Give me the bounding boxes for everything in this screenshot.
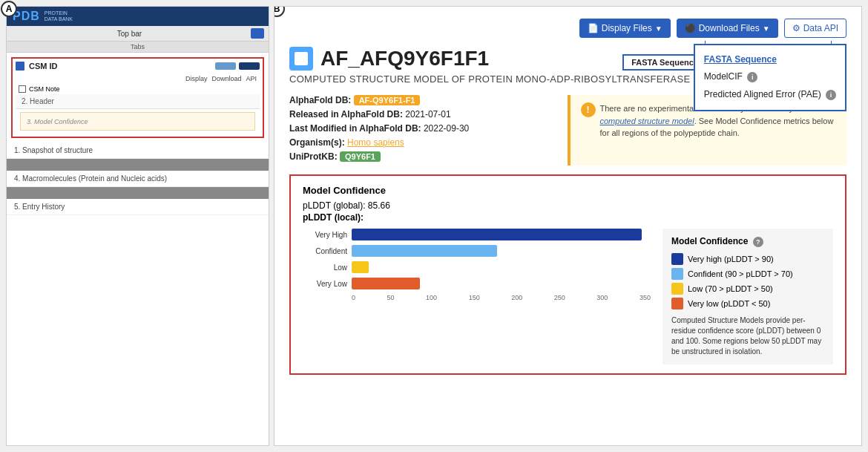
released-row: Released in AlphaFold DB: 2021-07-01 [289,109,545,119]
mc-chart: Very HighConfidentLowVery Low 0501001502… [303,229,651,364]
top-bar-label: Top bar [11,30,248,38]
display-files-button[interactable]: 📄 Display Files ▼ [579,19,671,38]
download-label: Download [211,75,241,82]
bar-label-0: Very High [303,231,347,239]
axis-label: 150 [469,294,480,301]
axis-label: 300 [596,294,608,301]
bar-track-3 [352,278,651,289]
csm-icon [16,62,24,71]
axis-label: 250 [554,294,565,301]
sidebar-divider-2 [7,187,269,199]
entry-csm-icon [289,47,313,71]
data-api-button[interactable]: ⚙ Data API [784,19,846,38]
sidebar-item-entry-history: 5. Entry History [7,199,269,215]
axis-label: 50 [387,294,395,301]
legend-text-3: Very low (pLDDT < 50) [688,299,770,308]
data-api-label: Data API [803,23,838,33]
plddt-global: pLDDT (global): 85.66 [303,200,833,211]
display-label: Display [185,75,208,82]
bar-label-1: Confident [303,247,347,255]
bar-track-2 [352,261,651,273]
panel-a-label: A [1,1,17,17]
bar-label-2: Low [303,263,347,272]
top-bar-box [251,28,264,39]
last-modified-value: 2022-09-30 [424,123,469,134]
bar-fill-3 [352,278,420,289]
axis-label: 0 [352,294,355,301]
fasta-dropdown: FASTA Sequence ModelCIF i Predicted Alig… [694,44,846,111]
alphafold-db-row: AlphaFold DB: AF-Q9Y6F1-F1 [289,95,545,105]
last-modified-row: Last Modified in AlphaFold DB: 2022-09-3… [289,123,545,134]
tabs-row: Tabs [7,42,269,53]
csm-bar-1 [215,62,236,70]
plddt-global-label: pLDDT (global): [303,200,365,211]
csm-section: CSM ID Display Download API CSM Note 2. … [11,57,264,138]
bar-fill-2 [352,261,369,273]
tabs-label: Tabs [131,43,145,50]
panel-b: B 📄 Display Files ▼ ⚫ Download Files ▼ ⚙… [274,6,862,446]
pdb-header: PDB PROTEINDATA BANK [7,7,269,26]
organisms-row: Organism(s): Homo sapiens [289,137,545,148]
legend-color-0 [671,253,683,265]
csm-note-row: CSM Note [16,84,260,94]
legend-color-1 [671,268,683,280]
panel-a: A PDB PROTEINDATA BANK Top bar Tabs CSM … [6,6,269,446]
bar-track-0 [352,229,651,240]
warning-icon: ! [581,102,596,117]
action-row: Display Download API [16,73,260,84]
csm-note-checkbox[interactable] [19,85,26,93]
pdb-logo: PDB [13,10,40,23]
legend-info-icon: ? [753,237,763,247]
csm-sub-bars [215,62,260,70]
model-confidence-item: 3. Model Confidence [20,112,255,131]
entry-csm-icon-inner [295,52,308,65]
bar-row-0: Very High [303,229,651,240]
pae-item[interactable]: Predicted Aligned Error (PAE) i [704,86,836,104]
display-files-icon: 📄 [588,23,599,33]
axis-label: 200 [511,294,522,301]
legend-item-2: Low (70 > pLDDT > 50) [671,283,824,295]
bar-row-1: Confident [303,245,651,257]
download-files-arrow: ▼ [763,24,770,33]
organisms-value[interactable]: Homo sapiens [347,137,404,148]
snapshot-label: 1. Snapshot of structure [14,146,93,154]
info-left: AlphaFold DB: AF-Q9Y6F1-F1 Released in A… [289,95,545,166]
bar-fill-1 [352,245,497,257]
header-item: 2. Header [16,94,260,109]
legend-color-2 [671,283,683,295]
panel-b-label: B [274,6,285,17]
display-files-arrow: ▼ [655,24,662,33]
bar-chart: Very HighConfidentLowVery Low [303,229,651,289]
legend-item-3: Very low (pLDDT < 50) [671,298,824,309]
bar-label-3: Very Low [303,280,347,288]
download-files-icon: ⚫ [685,23,696,33]
last-modified-label: Last Modified in AlphaFold DB: [289,123,421,134]
legend-text-0: Very high (pLDDT > 90) [688,255,774,263]
csm-note-label: CSM Note [29,85,60,93]
plddt-local: pLDDT (local): [303,212,833,223]
plddt-local-label: pLDDT (local): [303,212,364,223]
display-files-label: Display Files [602,23,652,33]
axis-label: 350 [640,294,651,301]
uniprot-badge[interactable]: Q9Y6F1 [340,151,381,162]
uniprot-row: UniProtKB: Q9Y6F1 [289,151,545,162]
pdb-subtitle: PROTEINDATA BANK [45,10,73,23]
mc-legend-title: Model Confidence ? [671,236,824,247]
sidebar-item-macromolecules: 4. Macromolecules (Protein and Nucleic a… [7,171,269,187]
api-label: API [246,75,257,82]
organisms-label: Organism(s): [289,137,345,148]
download-files-button[interactable]: ⚫ Download Files ▼ [677,19,778,38]
bar-row-2: Low [303,261,651,273]
computed-structure-model-link[interactable]: computed structure model [600,117,694,125]
legend-text-1: Confident (90 > pLDDT > 70) [688,269,793,278]
bar-row-3: Very Low [303,278,651,289]
model-confidence-section: Model Confidence pLDDT (global): 85.66 p… [289,174,846,375]
mc-content: Very HighConfidentLowVery Low 0501001502… [303,229,833,364]
mc-title: Model Confidence [303,185,833,196]
csm-bar-2 [239,62,260,70]
fasta-sequence-item[interactable]: FASTA Sequence [704,51,836,68]
model-cif-item[interactable]: ModelCIF i [704,68,836,86]
alphafold-db-badge[interactable]: AF-Q9Y6F1-F1 [354,95,421,105]
bar-axis: 050100150200250300350 [303,294,651,301]
sidebar-item-snapshot: 1. Snapshot of structure [7,143,269,159]
